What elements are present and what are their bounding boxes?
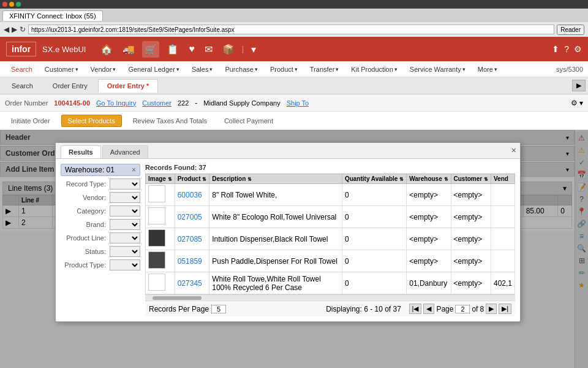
tabs-bar: Search Order Entry Order Entry ▶ <box>0 77 588 94</box>
order-settings-icon[interactable]: ⚙ ▾ <box>571 99 583 107</box>
brand-select[interactable] <box>110 219 140 230</box>
nav-forward[interactable]: ▶ <box>12 25 17 34</box>
result-row[interactable]: 027345 White Roll Towe,White Roll Towel … <box>146 272 515 294</box>
horizontal-scrollbar[interactable] <box>145 294 515 301</box>
tab-forward-button[interactable]: ▶ <box>572 80 586 91</box>
product-code-1[interactable]: 600036 <box>175 184 209 206</box>
help-icon[interactable]: ? <box>564 44 569 54</box>
nav-product[interactable]: Product ▾ <box>264 63 304 75</box>
home-icon[interactable]: 🏠 <box>98 41 115 58</box>
warehouse-filter-tag[interactable]: Warehouse: 01 × <box>61 164 140 176</box>
delivery-icon[interactable]: 📦 <box>220 41 237 58</box>
reader-button[interactable]: Reader <box>557 25 584 35</box>
col-warehouse[interactable]: Warehouse ⇅ <box>407 174 451 184</box>
result-row[interactable]: 027005 White 8" Ecologo Roll,Towel Unive… <box>146 206 515 228</box>
status-label: Status: <box>61 248 110 255</box>
product-code-5[interactable]: 027345 <box>175 272 209 294</box>
cust-5: <empty> <box>451 272 491 294</box>
nav-search[interactable]: Search <box>5 63 39 75</box>
cart-icon[interactable]: 🛒 <box>142 41 159 58</box>
divider: | <box>242 45 244 53</box>
nav-kit-production[interactable]: Kit Production ▾ <box>345 63 403 75</box>
reload[interactable]: ↻ <box>20 25 26 34</box>
nav-general-ledger[interactable]: General Ledger ▾ <box>122 63 185 75</box>
go-to-inquiry-link[interactable]: Go To Inquiry <box>96 99 136 107</box>
col-vend[interactable]: Vend <box>491 174 514 184</box>
category-select[interactable] <box>110 205 140 217</box>
qty-1: 0 <box>342 184 406 206</box>
result-row[interactable]: 600036 8" Roll Towel White, 0 <empty> <e… <box>146 184 515 206</box>
nav-menu: Search Customer ▾ Vendor ▾ General Ledge… <box>0 61 588 77</box>
browser-tab-bar: XFINITY Connect: Inbox (55) <box>0 9 588 22</box>
product-desc-3: Intuition Dispenser,Black Roll Towel <box>209 228 342 250</box>
nav-more[interactable]: More ▾ <box>472 63 503 75</box>
rpp-label: Records Per Page <box>149 305 209 313</box>
product-line-filter: Product Line: <box>61 232 140 243</box>
modal-close-button[interactable]: × <box>511 145 516 155</box>
mail-icon[interactable]: ✉ <box>202 41 215 58</box>
col-description[interactable]: Description ⇅ <box>209 174 342 184</box>
clipboard-icon[interactable]: 📋 <box>164 41 181 58</box>
nav-sales[interactable]: Sales ▾ <box>186 63 219 75</box>
order-number-value: 1004145-00 <box>54 99 90 107</box>
col-qty-avail[interactable]: Quantity Available ⇅ <box>342 174 406 184</box>
header-nav-icons: 🏠 🚚 🛒 📋 ♥ ✉ 📦 | ▾ <box>98 41 258 58</box>
modal-tab-advanced[interactable]: Advanced <box>102 145 148 158</box>
tab-search[interactable]: Search <box>2 79 42 93</box>
step-select-products[interactable]: Select Products <box>61 115 122 127</box>
step-review-taxes[interactable]: Review Taxes And Totals <box>127 115 213 126</box>
ship-to-link[interactable]: Ship To <box>287 99 309 107</box>
dropdown-icon[interactable]: ▾ <box>249 41 258 58</box>
customer-link[interactable]: Customer <box>142 99 172 107</box>
vend-2 <box>491 206 514 228</box>
result-row[interactable]: 051859 Push Paddle,Dispenser For Roll To… <box>146 250 515 272</box>
nav-service-warranty[interactable]: Service Warranty ▾ <box>404 63 472 75</box>
settings-icon[interactable]: ⚙ <box>574 44 582 54</box>
record-type-select[interactable] <box>110 178 140 190</box>
nav-customer[interactable]: Customer ▾ <box>39 63 85 75</box>
product-type-select[interactable] <box>110 259 140 270</box>
tab-order-entry-active[interactable]: Order Entry <box>98 79 158 93</box>
wh-3: <empty> <box>407 228 451 250</box>
prev-page-button[interactable]: ◀ <box>423 304 434 314</box>
result-row[interactable]: 027085 Intuition Dispenser,Black Roll To… <box>146 228 515 250</box>
close-dot <box>2 2 7 7</box>
nav-purchase[interactable]: Purchase ▾ <box>219 63 263 75</box>
order-header: Order Number 1004145-00 Go To Inquiry Cu… <box>0 94 588 112</box>
truck-icon[interactable]: 🚚 <box>120 41 137 58</box>
last-page-button[interactable]: ▶| <box>499 304 511 314</box>
modal-tabs: Results Advanced <box>56 143 520 159</box>
next-page-button[interactable]: ▶ <box>486 304 497 314</box>
product-code-2[interactable]: 027005 <box>175 206 209 228</box>
address-input[interactable] <box>28 25 554 34</box>
vendor-select[interactable] <box>110 192 140 203</box>
tab-order-entry-1[interactable]: Order Entry <box>43 79 97 93</box>
scroll-thumb[interactable] <box>153 296 202 300</box>
minimize-dot <box>9 2 14 7</box>
col-customer[interactable]: Customer ⇅ <box>451 174 491 184</box>
rpp-input[interactable] <box>211 305 226 313</box>
heart-icon[interactable]: ♥ <box>186 41 197 57</box>
nav-back[interactable]: ◀ <box>4 25 9 34</box>
step-initiate-order[interactable]: Initiate Order <box>5 115 56 126</box>
status-select[interactable] <box>110 246 140 257</box>
first-page-button[interactable]: |◀ <box>409 304 422 314</box>
col-product[interactable]: Product ⇅ <box>175 174 209 184</box>
app-logo: infor <box>6 42 36 56</box>
sys-info: sys/5300 <box>556 66 583 73</box>
product-line-select[interactable] <box>110 232 140 243</box>
browser-tab-xfinity[interactable]: XFINITY Connect: Inbox (55) <box>2 10 103 21</box>
results-table: Image ⇅ Product ⇅ Description ⇅ Quantity… <box>145 174 515 294</box>
main-content: Header ▾ Customer Order S ▾ Add Line Ite… <box>0 130 588 368</box>
displaying-text: Displaying: 6 - 10 of 37 <box>326 305 401 313</box>
modal-tab-results[interactable]: Results <box>61 145 101 158</box>
step-collect-payment[interactable]: Collect Payment <box>218 115 279 126</box>
page-input[interactable] <box>455 305 470 313</box>
nav-transfer[interactable]: Transfer ▾ <box>304 63 345 75</box>
remove-filter-icon[interactable]: × <box>132 166 136 174</box>
nav-vendor[interactable]: Vendor ▾ <box>85 63 123 75</box>
share-icon[interactable]: ⬆ <box>552 44 559 54</box>
product-code-3[interactable]: 027085 <box>175 228 209 250</box>
img-cell-4 <box>146 250 175 272</box>
product-code-4[interactable]: 051859 <box>175 250 209 272</box>
